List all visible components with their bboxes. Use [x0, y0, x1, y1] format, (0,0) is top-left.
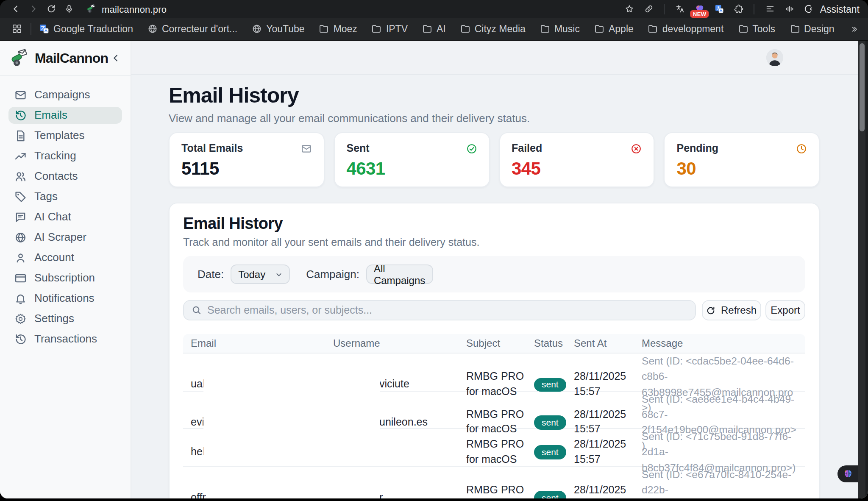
- mail-icon: [14, 89, 27, 101]
- scrollbar-thumb[interactable]: [859, 43, 864, 131]
- cell-status: sent: [526, 377, 566, 392]
- brain-icon: [842, 468, 853, 479]
- mail-icon: [301, 143, 312, 154]
- sidebar-item-contacts[interactable]: Contacts: [8, 168, 122, 184]
- bookmarks-bar: Google TraductionCorrecteur d'ort...YouT…: [0, 18, 868, 41]
- bookmark-label: Google Traduction: [53, 24, 133, 34]
- sidebar-item-transactions[interactable]: Transactions: [8, 331, 122, 347]
- cell-subject: RMBG PRO for macOS: [459, 437, 526, 467]
- table-row[interactable]: offrrRMBG PRO for macOSsent28/11/2025 15…: [183, 467, 805, 498]
- bookmark-label: AI: [437, 24, 446, 34]
- bookmark-item[interactable]: Cityz Media: [460, 24, 526, 34]
- panel-title: Email History: [183, 214, 805, 233]
- search-box[interactable]: [183, 300, 696, 320]
- ai-assistant-widget[interactable]: [837, 465, 858, 482]
- microphone-icon[interactable]: [62, 2, 75, 16]
- toolbar-divider: [754, 4, 755, 14]
- bookmark-label: Tools: [752, 24, 775, 34]
- sidebar-item-tracking[interactable]: Tracking: [8, 148, 122, 164]
- bookmarks-overflow-icon[interactable]: [844, 22, 858, 36]
- bookmark-item[interactable]: Moez: [319, 24, 357, 34]
- bookmarks-divider: [31, 23, 31, 35]
- bookmark-item[interactable]: Correcteur d'ort...: [147, 24, 237, 34]
- stat-value: 30: [677, 159, 807, 179]
- bookmark-item[interactable]: developpment: [648, 24, 724, 34]
- toolbar-divider: [664, 4, 665, 14]
- stat-card-failed: Failed345: [499, 132, 655, 187]
- user-avatar[interactable]: [766, 49, 783, 66]
- refresh-icon: [707, 306, 716, 315]
- stat-card-total-emails: Total Emails5115: [169, 132, 325, 187]
- column-header-sent-at: Sent At: [566, 337, 634, 349]
- date-select[interactable]: Today: [231, 264, 290, 284]
- check-circle-icon: [466, 143, 477, 154]
- sidebar-item-account[interactable]: Account: [8, 249, 122, 266]
- cell-sent-at: 28/11/2025 15:57: [566, 408, 634, 437]
- status-badge: sent: [534, 378, 566, 392]
- folder-icon: [738, 24, 748, 34]
- translate-page-icon[interactable]: [673, 2, 687, 16]
- sidebar-item-label: AI Chat: [34, 211, 71, 223]
- brand-name: MailCannon: [35, 50, 108, 66]
- export-button[interactable]: Export: [765, 300, 805, 320]
- extensions-puzzle-icon[interactable]: [732, 2, 746, 16]
- refresh-button[interactable]: Refresh: [702, 300, 761, 320]
- page-subtitle: View and manage all your email communica…: [169, 112, 820, 125]
- bookmark-item[interactable]: Apple: [594, 24, 634, 34]
- bookmark-star-icon[interactable]: [623, 2, 636, 16]
- sidebar-item-tags[interactable]: Tags: [8, 188, 122, 205]
- cell-status: sent: [526, 490, 566, 498]
- browser-topbar: mailcannon.pro NEW: [0, 0, 868, 18]
- bookmark-item[interactable]: Tools: [738, 24, 775, 34]
- forward-icon[interactable]: [26, 2, 40, 16]
- sidebar-item-templates[interactable]: Templates: [8, 127, 122, 144]
- sidebar-item-subscription[interactable]: Subscription: [8, 270, 122, 286]
- google-translate-extension-icon[interactable]: [712, 2, 726, 16]
- reload-icon[interactable]: [44, 2, 58, 16]
- search-input[interactable]: [207, 304, 687, 316]
- emails-table: EmailUsernameSubjectStatusSent AtMessage…: [183, 334, 805, 498]
- bookmark-item[interactable]: Design: [790, 24, 835, 34]
- reader-list-icon[interactable]: [763, 2, 777, 16]
- sidebar-item-ai-scraper[interactable]: AI Scraper: [8, 229, 122, 245]
- globe-icon: [252, 24, 262, 34]
- address-bar[interactable]: mailcannon.pro: [84, 2, 167, 16]
- sidebar-item-label: Settings: [34, 312, 74, 325]
- sidebar-item-settings[interactable]: Settings: [8, 310, 122, 327]
- bookmark-item[interactable]: IPTV: [372, 24, 408, 34]
- credit-card-icon: [14, 272, 27, 284]
- assistant-button[interactable]: Assistant: [802, 2, 860, 16]
- sidebar-item-label: Emails: [34, 109, 67, 122]
- window-edge: [865, 41, 868, 498]
- folder-icon: [648, 24, 658, 34]
- audio-waveform-icon[interactable]: [783, 2, 796, 16]
- status-badge: sent: [534, 445, 566, 459]
- bookmark-item[interactable]: Music: [540, 24, 580, 34]
- sidebar-item-label: Subscription: [34, 272, 95, 284]
- cell-status: sent: [526, 415, 566, 430]
- extension-icon[interactable]: NEW: [693, 2, 707, 16]
- sidebar-item-emails[interactable]: Emails: [8, 107, 122, 123]
- bookmark-item[interactable]: AI: [422, 24, 446, 34]
- bookmark-label: Music: [554, 24, 580, 34]
- stat-label: Pending: [677, 142, 719, 154]
- bookmark-item[interactable]: YouTube: [252, 24, 304, 34]
- sidebar-collapse-button[interactable]: [111, 53, 120, 63]
- sidebar-item-campaigns[interactable]: Campaigns: [8, 86, 122, 103]
- cell-sent-at: 28/11/2025 15:57: [566, 370, 634, 400]
- email-history-panel: Email History Track and monitor all your…: [169, 203, 820, 498]
- bookmark-item[interactable]: Google Traduction: [39, 24, 133, 34]
- privacy-redaction-overlay: [203, 365, 379, 458]
- bookmark-label: developpment: [662, 24, 724, 34]
- gear-icon: [14, 312, 27, 325]
- apps-grid-icon[interactable]: [10, 22, 24, 36]
- sidebar-item-notifications[interactable]: Notifications: [8, 290, 122, 306]
- campaign-select[interactable]: All Campaigns: [366, 264, 433, 284]
- sidebar-item-ai-chat[interactable]: AI Chat: [8, 209, 122, 225]
- campaign-select-value: All Campaigns: [374, 262, 425, 286]
- column-header-subject: Subject: [459, 337, 526, 349]
- back-icon[interactable]: [8, 2, 22, 16]
- page-scrollbar[interactable]: [858, 41, 865, 498]
- folder-icon: [540, 24, 550, 34]
- copy-link-icon[interactable]: [642, 2, 656, 16]
